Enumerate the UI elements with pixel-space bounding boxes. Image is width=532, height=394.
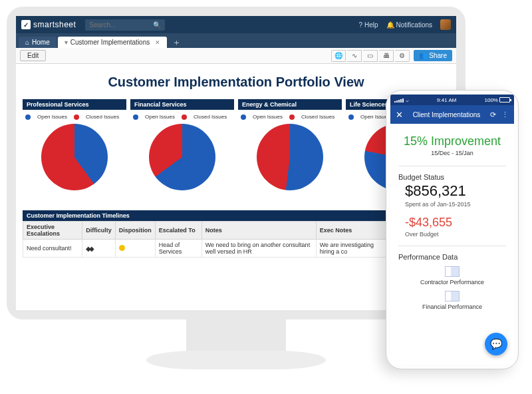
pie-chart [257, 124, 323, 190]
people-icon: 👥 [419, 52, 427, 59]
chart-legend: Open Issues Closed Issues [23, 110, 126, 121]
display-icon[interactable]: ▭ [363, 50, 378, 62]
chat-fab[interactable]: 💬 [485, 333, 507, 355]
col-escalated-to[interactable]: Escalated To [155, 222, 201, 240]
home-icon: ⌂ [25, 39, 29, 46]
close-tab-icon[interactable]: ✕ [155, 39, 160, 46]
caret-icon: ▾ [65, 39, 68, 46]
help-link[interactable]: ?Help [358, 21, 378, 29]
cell-difficulty[interactable]: ◆◆ [82, 240, 116, 258]
cell-disposition[interactable] [115, 240, 155, 258]
perf-item[interactable]: Financial Performance [398, 303, 506, 310]
search-box[interactable]: 🔍 [85, 19, 165, 31]
mobile-screen: ⌵ 9:41 AM 100% ✕ Client Implementations … [390, 95, 514, 365]
share-button[interactable]: 👥Share [414, 50, 452, 61]
date-range: 15/Dec - 15/Jan [398, 150, 506, 163]
legend-dot-open [348, 114, 354, 120]
mobile-title: Client Implementations [413, 111, 481, 118]
mobile-phone-frame: ⌵ 9:41 AM 100% ✕ Client Implementations … [386, 90, 519, 369]
legend-dot-closed [182, 114, 187, 120]
performance-label: Performance Data [398, 253, 506, 261]
refresh-icon[interactable]: ⟳ [490, 110, 496, 119]
col-escalations[interactable]: Executive Escalations [23, 222, 82, 240]
col-difficulty[interactable]: Difficulty [82, 222, 116, 240]
search-icon[interactable]: 🔍 [153, 21, 161, 29]
chart-financial-services: Financial Services Open Issues Closed Is… [130, 99, 234, 196]
chart-title: Professional Services [23, 99, 126, 110]
divider [398, 166, 506, 166]
budget-amount: $856,321 [398, 182, 506, 200]
status-time: 9:41 AM [437, 97, 456, 103]
budget-asof: Spent as of Jan-15-2015 [398, 201, 506, 208]
report-icon[interactable] [445, 266, 460, 277]
over-budget-label: Over Budget [398, 231, 506, 238]
more-icon[interactable]: ⋮ [501, 110, 509, 119]
over-budget-amount: -$43,655 [398, 216, 506, 230]
notifications-link[interactable]: 🔔Notifications [386, 21, 432, 29]
chat-icon: 💬 [490, 338, 503, 350]
app-topbar: ✓ smartsheet 🔍 ?Help 🔔Notifications [16, 16, 456, 33]
legend-dot-open [241, 114, 246, 120]
publish-icon[interactable]: 🌐 [331, 50, 346, 62]
chart-legend: Open Issues Closed Issues [238, 110, 342, 121]
wifi-icon: ⌵ [406, 97, 409, 103]
help-icon: ? [358, 21, 362, 29]
col-exec-notes[interactable]: Exec Notes [316, 222, 388, 240]
col-disposition[interactable]: Disposition [115, 222, 155, 240]
cell-escalated-to[interactable]: Head of Services [155, 240, 201, 258]
budget-label: Budget Status [398, 173, 506, 181]
pie-chart [149, 124, 215, 190]
legend-dot-closed [289, 114, 295, 120]
chart-legend: Open Issues Closed Issues [130, 110, 234, 121]
mobile-app-bar: ✕ Client Implementations ⟳ ⋮ [390, 105, 514, 124]
col-notes[interactable]: Notes [201, 222, 316, 240]
chart-professional-services: Professional Services Open Issues Closed… [23, 99, 126, 196]
print-icon[interactable]: 🖶 [379, 50, 394, 62]
activity-icon[interactable]: ∿ [347, 50, 362, 62]
edit-button[interactable]: Edit [20, 50, 46, 61]
difficulty-icon: ◆◆ [86, 245, 92, 252]
user-avatar[interactable] [440, 19, 451, 30]
report-icon[interactable] [445, 291, 460, 301]
improvement-headline: 15% Improvement [398, 130, 506, 150]
brand-name: smartsheet [33, 20, 76, 29]
bell-icon: 🔔 [386, 21, 394, 29]
tab-home[interactable]: ⌂Home [19, 37, 57, 48]
search-input[interactable] [89, 21, 149, 29]
chart-energy-chemical: Energy & Chemical Open Issues Closed Iss… [238, 99, 342, 196]
cell-escalation[interactable]: Need consultant! [23, 240, 82, 258]
monitor-stand [186, 318, 286, 355]
close-icon[interactable]: ✕ [396, 110, 403, 120]
legend-dot-open [25, 114, 31, 120]
disposition-dot-icon [119, 245, 125, 251]
brand-logo-icon: ✓ [21, 20, 31, 29]
divider [398, 246, 506, 246]
cell-notes[interactable]: We need to bring on another consultant w… [201, 240, 316, 258]
chart-title: Energy & Chemical [238, 99, 342, 110]
legend-dot-open [133, 114, 138, 120]
status-bar: ⌵ 9:41 AM 100% [390, 95, 514, 105]
tab-customer-implementations[interactable]: ▾Customer Implementations✕ [58, 37, 168, 48]
cell-exec-notes[interactable]: We are investigating hiring a co [316, 240, 388, 258]
mobile-content: 15% Improvement 15/Dec - 15/Jan Budget S… [390, 124, 514, 317]
tab-strip: ⌂Home ▾Customer Implementations✕ ＋ [16, 33, 456, 48]
settings-icon[interactable]: ⚙ [395, 50, 410, 62]
pie-chart [41, 124, 108, 190]
chart-title: Financial Services [130, 99, 234, 110]
sheet-toolbar: Edit 🌐 ∿ ▭ 🖶 ⚙ 👥Share [16, 48, 456, 64]
add-tab-button[interactable]: ＋ [168, 37, 185, 48]
perf-item[interactable]: Contractor Performance [398, 279, 506, 286]
battery-indicator: 100% [485, 97, 510, 103]
signal-icon [394, 98, 404, 102]
legend-dot-closed [74, 114, 79, 120]
